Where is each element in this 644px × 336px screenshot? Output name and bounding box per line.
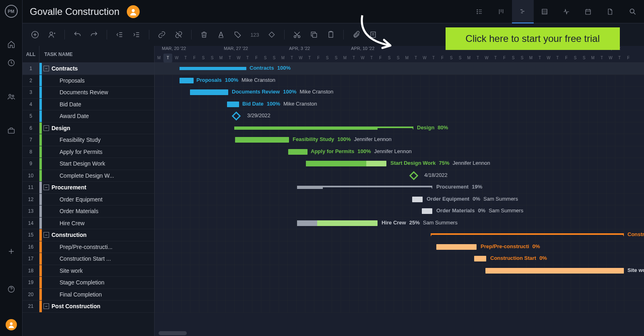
task-bar[interactable] (474, 256, 486, 261)
view-activity-icon[interactable] (555, 0, 577, 23)
task-bar[interactable] (190, 89, 228, 95)
tag-icon[interactable] (231, 28, 245, 41)
help-icon[interactable] (6, 284, 16, 294)
home-icon[interactable] (6, 39, 16, 49)
gantt-row[interactable]: Contracts100% (155, 63, 644, 75)
task-bar[interactable] (485, 268, 624, 274)
gantt-row[interactable] (155, 289, 644, 301)
collapse-icon[interactable]: − (43, 125, 49, 131)
note-icon[interactable] (366, 28, 380, 41)
task-row[interactable]: 13 Order Materials (23, 205, 154, 218)
view-sheet-icon[interactable] (534, 0, 555, 23)
task-bar[interactable] (297, 220, 378, 226)
gantt-row[interactable]: Design80% (155, 122, 644, 135)
task-bar[interactable] (288, 149, 308, 155)
task-row[interactable]: 6 − Design (23, 122, 154, 135)
gantt-row[interactable]: Site work (155, 265, 644, 277)
gantt-row[interactable]: Procurement19% (155, 182, 644, 194)
task-bar[interactable] (227, 102, 239, 107)
task-row[interactable]: 20 Final Completion (23, 289, 154, 301)
user-avatar-small[interactable] (6, 319, 17, 330)
cut-icon[interactable] (290, 28, 304, 41)
indent-icon[interactable] (130, 28, 143, 41)
collapse-icon[interactable]: − (43, 66, 49, 71)
task-row[interactable]: 3 Documents Review (23, 87, 154, 99)
task-row[interactable]: 12 Order Equipment (23, 194, 154, 206)
milestone-marker[interactable] (232, 112, 241, 121)
summary-bar[interactable] (431, 233, 624, 236)
team-icon[interactable] (6, 92, 16, 102)
collapse-icon[interactable]: − (43, 303, 49, 309)
h-scrollbar[interactable] (159, 331, 187, 335)
app-logo[interactable]: PM (5, 5, 18, 18)
attach-icon[interactable] (349, 28, 363, 41)
undo-icon[interactable] (70, 28, 84, 41)
task-row[interactable]: 4 Bid Date (23, 99, 154, 111)
milestone-icon[interactable] (265, 28, 279, 41)
view-board-icon[interactable] (490, 0, 512, 23)
search-icon[interactable] (629, 8, 637, 16)
view-list-icon[interactable] (469, 0, 490, 23)
task-bar[interactable] (412, 197, 423, 202)
view-gantt-icon[interactable] (512, 0, 534, 23)
task-row[interactable]: 14 Hire Crew (23, 218, 154, 230)
recent-icon[interactable] (6, 58, 16, 68)
task-row[interactable]: 1 − Contracts (23, 63, 154, 75)
column-task-name[interactable]: TASK NAME (39, 52, 72, 57)
gantt-row[interactable]: Apply for Permits100%Jennifer Lennon (155, 146, 644, 158)
link-icon[interactable] (155, 28, 169, 41)
gantt-row[interactable]: Proposals100%Mike Cranston (155, 75, 644, 87)
gantt-row[interactable] (155, 301, 644, 313)
task-bar[interactable] (180, 78, 194, 83)
percent-icon[interactable]: 123 (248, 28, 262, 41)
task-row[interactable]: 9 Start Design Work (23, 158, 154, 170)
task-row[interactable]: 8 Apply for Permits (23, 146, 154, 158)
task-row[interactable]: 7 Feasibility Study (23, 134, 154, 146)
task-row[interactable]: 21 − Post Construction (23, 301, 154, 313)
summary-bar[interactable] (234, 127, 413, 130)
task-bar[interactable] (436, 244, 477, 250)
task-row[interactable]: 15 − Construction (23, 229, 154, 241)
gantt-row[interactable] (155, 277, 644, 289)
task-row[interactable]: 19 Stage Completion (23, 277, 154, 289)
project-avatar[interactable] (127, 5, 140, 18)
task-bar[interactable] (306, 161, 386, 166)
free-trial-cta[interactable]: Click here to start your free trial (446, 27, 620, 50)
paste-icon[interactable] (324, 28, 338, 41)
gantt-row[interactable]: Bid Date100%Mike Cranston (155, 99, 644, 111)
summary-bar[interactable] (297, 186, 432, 189)
unlink-icon[interactable] (172, 28, 186, 41)
task-bar[interactable] (422, 208, 432, 214)
task-bar[interactable] (235, 137, 289, 143)
add-icon[interactable] (6, 247, 16, 256)
redo-icon[interactable] (87, 28, 101, 41)
task-row[interactable]: 2 Proposals (23, 75, 154, 87)
assign-icon[interactable] (45, 28, 59, 41)
gantt-row[interactable]: Documents Review100%Mike Cranston (155, 87, 644, 99)
delete-icon[interactable] (197, 28, 211, 41)
gantt-row[interactable]: Hire Crew25%Sam Summers (155, 218, 644, 230)
column-all[interactable]: ALL (23, 46, 39, 62)
collapse-icon[interactable]: − (43, 185, 49, 190)
gantt-row[interactable]: Prep/Pre-constructi0% (155, 241, 644, 253)
text-style-icon[interactable]: A (214, 28, 228, 41)
view-file-icon[interactable] (599, 0, 621, 23)
view-calendar-icon[interactable] (577, 0, 599, 23)
task-row[interactable]: 17 Construction Start ... (23, 253, 154, 265)
gantt-row[interactable]: Construction Start 0% (155, 253, 644, 265)
gantt-row[interactable]: Start Design Work75%Jennifer Lennon (155, 158, 644, 170)
gantt-row[interactable]: Order Equipment0%Sam Summers (155, 194, 644, 206)
task-row[interactable]: 16 Prep/Pre-constructi... (23, 241, 154, 253)
task-row[interactable]: 5 Award Date (23, 110, 154, 122)
briefcase-icon[interactable] (6, 126, 16, 135)
gantt-row[interactable]: 4/18/2022 (155, 170, 644, 182)
gantt-chart[interactable]: MAR, 20 '22MAR, 27 '22APR, 3 '22APR, 10 … (155, 46, 644, 336)
collapse-icon[interactable]: − (43, 232, 49, 238)
task-row[interactable]: 18 Site work (23, 265, 154, 277)
gantt-row[interactable]: 3/29/2022 (155, 110, 644, 122)
outdent-icon[interactable] (113, 28, 126, 41)
task-row[interactable]: 11 − Procurement (23, 182, 154, 194)
add-task-icon[interactable] (28, 28, 42, 41)
gantt-row[interactable]: Feasibility Study100%Jennifer Lennon (155, 134, 644, 146)
milestone-marker[interactable] (409, 171, 419, 180)
